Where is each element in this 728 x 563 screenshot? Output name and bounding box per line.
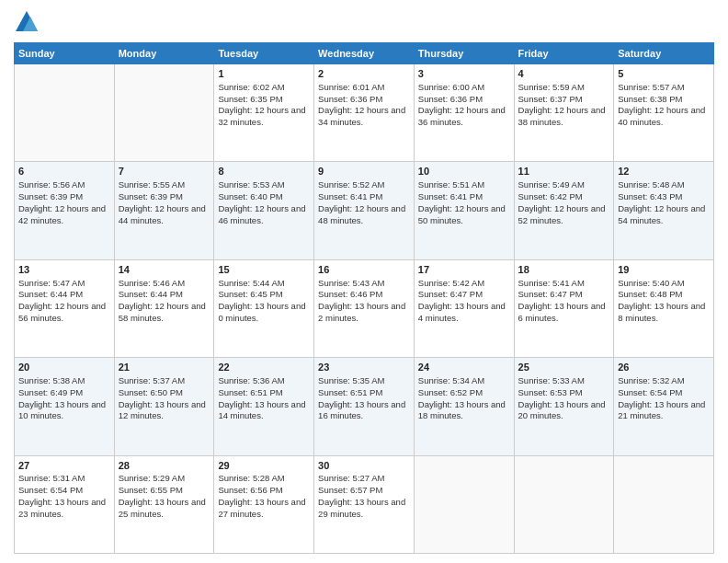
sunset-text: Sunset: 6:35 PM bbox=[218, 94, 282, 104]
day-number: 4 bbox=[518, 67, 610, 81]
calendar-week-row: 13Sunrise: 5:47 AMSunset: 6:44 PMDayligh… bbox=[15, 259, 714, 357]
daylight-text: Daylight: 12 hours and 44 minutes. bbox=[119, 203, 206, 225]
calendar-cell: 16Sunrise: 5:43 AMSunset: 6:46 PMDayligh… bbox=[314, 259, 415, 357]
calendar-cell: 30Sunrise: 5:27 AMSunset: 6:57 PMDayligh… bbox=[314, 455, 415, 553]
day-number: 16 bbox=[318, 263, 410, 277]
daylight-text: Daylight: 13 hours and 6 minutes. bbox=[518, 301, 606, 323]
calendar-cell: 12Sunrise: 5:48 AMSunset: 6:43 PMDayligh… bbox=[614, 162, 714, 259]
day-number: 28 bbox=[119, 459, 210, 473]
daylight-text: Daylight: 12 hours and 58 minutes. bbox=[119, 301, 206, 323]
day-number: 25 bbox=[518, 361, 610, 374]
weekday-header-monday: Monday bbox=[114, 43, 214, 64]
daylight-text: Daylight: 12 hours and 50 minutes. bbox=[418, 203, 506, 225]
sunset-text: Sunset: 6:50 PM bbox=[119, 387, 183, 397]
daylight-text: Daylight: 13 hours and 21 minutes. bbox=[618, 399, 705, 421]
day-number: 20 bbox=[18, 361, 110, 374]
daylight-text: Daylight: 13 hours and 29 minutes. bbox=[318, 497, 405, 519]
weekday-header-wednesday: Wednesday bbox=[314, 43, 415, 64]
page: SundayMondayTuesdayWednesdayThursdayFrid… bbox=[0, 0, 728, 563]
daylight-text: Daylight: 13 hours and 18 minutes. bbox=[418, 399, 506, 421]
sunrise-text: Sunrise: 5:46 AM bbox=[119, 278, 185, 288]
sunrise-text: Sunrise: 5:59 AM bbox=[518, 82, 585, 92]
sunset-text: Sunset: 6:44 PM bbox=[119, 289, 183, 299]
sunset-text: Sunset: 6:54 PM bbox=[18, 485, 83, 495]
calendar-cell: 3Sunrise: 6:00 AMSunset: 6:36 PMDaylight… bbox=[414, 64, 514, 162]
daylight-text: Daylight: 13 hours and 23 minutes. bbox=[18, 497, 106, 519]
sunrise-text: Sunrise: 5:41 AM bbox=[518, 278, 585, 288]
calendar-cell: 13Sunrise: 5:47 AMSunset: 6:44 PMDayligh… bbox=[15, 259, 115, 357]
daylight-text: Daylight: 13 hours and 25 minutes. bbox=[119, 497, 206, 519]
sunrise-text: Sunrise: 5:51 AM bbox=[418, 179, 484, 190]
daylight-text: Daylight: 13 hours and 8 minutes. bbox=[618, 301, 705, 323]
daylight-text: Daylight: 12 hours and 34 minutes. bbox=[318, 105, 405, 127]
daylight-text: Daylight: 12 hours and 40 minutes. bbox=[618, 105, 705, 127]
sunset-text: Sunset: 6:37 PM bbox=[518, 94, 583, 104]
calendar-cell: 24Sunrise: 5:34 AMSunset: 6:52 PMDayligh… bbox=[414, 358, 514, 455]
day-number: 23 bbox=[318, 361, 410, 374]
sunrise-text: Sunrise: 6:01 AM bbox=[318, 82, 384, 92]
day-number: 1 bbox=[218, 67, 310, 81]
calendar-cell: 18Sunrise: 5:41 AMSunset: 6:47 PMDayligh… bbox=[514, 259, 614, 357]
weekday-header-tuesday: Tuesday bbox=[214, 43, 314, 64]
calendar-week-row: 27Sunrise: 5:31 AMSunset: 6:54 PMDayligh… bbox=[15, 455, 714, 553]
daylight-text: Daylight: 13 hours and 2 minutes. bbox=[318, 301, 405, 323]
day-number: 3 bbox=[418, 67, 510, 81]
calendar-cell: 23Sunrise: 5:35 AMSunset: 6:51 PMDayligh… bbox=[314, 358, 415, 455]
sunset-text: Sunset: 6:44 PM bbox=[18, 289, 83, 299]
day-number: 19 bbox=[618, 263, 710, 277]
day-number: 14 bbox=[119, 263, 210, 277]
daylight-text: Daylight: 12 hours and 42 minutes. bbox=[18, 203, 106, 225]
calendar-cell: 15Sunrise: 5:44 AMSunset: 6:45 PMDayligh… bbox=[214, 259, 314, 357]
sunrise-text: Sunrise: 5:44 AM bbox=[218, 278, 284, 288]
sunrise-text: Sunrise: 5:31 AM bbox=[18, 473, 85, 483]
calendar-cell bbox=[514, 455, 614, 553]
daylight-text: Daylight: 12 hours and 48 minutes. bbox=[318, 203, 405, 225]
calendar-week-row: 20Sunrise: 5:38 AMSunset: 6:49 PMDayligh… bbox=[15, 358, 714, 455]
calendar-cell: 14Sunrise: 5:46 AMSunset: 6:44 PMDayligh… bbox=[114, 259, 214, 357]
calendar-cell: 26Sunrise: 5:32 AMSunset: 6:54 PMDayligh… bbox=[614, 358, 714, 455]
day-number: 29 bbox=[218, 459, 310, 473]
sunset-text: Sunset: 6:41 PM bbox=[418, 191, 483, 201]
header bbox=[14, 9, 714, 35]
calendar-cell bbox=[614, 455, 714, 553]
day-number: 18 bbox=[518, 263, 610, 277]
day-number: 10 bbox=[418, 165, 510, 178]
calendar-cell bbox=[414, 455, 514, 553]
calendar-cell: 20Sunrise: 5:38 AMSunset: 6:49 PMDayligh… bbox=[15, 358, 115, 455]
calendar-cell bbox=[114, 64, 214, 162]
sunrise-text: Sunrise: 5:47 AM bbox=[18, 278, 85, 288]
daylight-text: Daylight: 13 hours and 14 minutes. bbox=[218, 399, 305, 421]
calendar-cell: 17Sunrise: 5:42 AMSunset: 6:47 PMDayligh… bbox=[414, 259, 514, 357]
day-number: 5 bbox=[618, 67, 710, 81]
daylight-text: Daylight: 13 hours and 10 minutes. bbox=[18, 399, 106, 421]
day-number: 26 bbox=[618, 361, 710, 374]
sunset-text: Sunset: 6:40 PM bbox=[218, 191, 282, 201]
sunrise-text: Sunrise: 5:38 AM bbox=[18, 375, 85, 385]
daylight-text: Daylight: 13 hours and 16 minutes. bbox=[318, 399, 405, 421]
sunrise-text: Sunrise: 6:02 AM bbox=[218, 82, 284, 92]
daylight-text: Daylight: 13 hours and 20 minutes. bbox=[518, 399, 606, 421]
sunset-text: Sunset: 6:39 PM bbox=[18, 191, 83, 201]
sunset-text: Sunset: 6:49 PM bbox=[18, 387, 83, 397]
sunset-text: Sunset: 6:51 PM bbox=[318, 387, 382, 397]
sunrise-text: Sunrise: 5:48 AM bbox=[618, 179, 684, 190]
calendar-cell: 5Sunrise: 5:57 AMSunset: 6:38 PMDaylight… bbox=[614, 64, 714, 162]
sunset-text: Sunset: 6:42 PM bbox=[518, 191, 583, 201]
sunrise-text: Sunrise: 5:32 AM bbox=[618, 375, 684, 385]
day-number: 22 bbox=[218, 361, 310, 374]
sunrise-text: Sunrise: 5:42 AM bbox=[418, 278, 484, 288]
day-number: 12 bbox=[618, 165, 710, 178]
sunset-text: Sunset: 6:47 PM bbox=[418, 289, 483, 299]
sunset-text: Sunset: 6:53 PM bbox=[518, 387, 583, 397]
day-number: 11 bbox=[518, 165, 610, 178]
logo bbox=[14, 9, 43, 35]
sunrise-text: Sunrise: 5:55 AM bbox=[119, 179, 185, 190]
calendar-cell: 2Sunrise: 6:01 AMSunset: 6:36 PMDaylight… bbox=[314, 64, 415, 162]
day-number: 27 bbox=[18, 459, 110, 473]
calendar-cell: 9Sunrise: 5:52 AMSunset: 6:41 PMDaylight… bbox=[314, 162, 415, 259]
sunset-text: Sunset: 6:56 PM bbox=[218, 485, 282, 495]
sunrise-text: Sunrise: 5:43 AM bbox=[318, 278, 384, 288]
sunset-text: Sunset: 6:39 PM bbox=[119, 191, 183, 201]
sunrise-text: Sunrise: 5:56 AM bbox=[18, 179, 85, 190]
calendar-cell: 6Sunrise: 5:56 AMSunset: 6:39 PMDaylight… bbox=[15, 162, 115, 259]
